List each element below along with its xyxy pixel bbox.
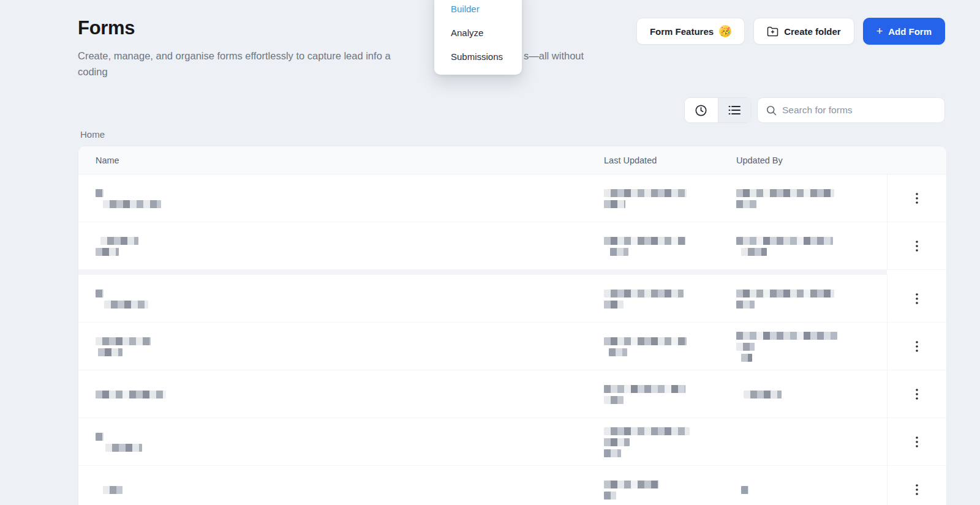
redacted-text [604, 427, 690, 435]
form-features-label: Form Features [650, 26, 714, 37]
redacted-text [96, 248, 119, 256]
redacted-text [96, 433, 104, 441]
row-menu-button[interactable] [907, 189, 927, 208]
menu-item-builder[interactable]: Builder [434, 0, 522, 21]
redacted-text [96, 391, 166, 398]
last-updated-cell [604, 427, 736, 457]
row-menu-button[interactable] [907, 432, 927, 452]
last-updated-cell [604, 337, 736, 356]
last-updated-cell [604, 481, 736, 499]
redacted-text [736, 290, 834, 297]
redacted-text [604, 438, 630, 446]
plus-icon: + [876, 26, 883, 37]
redacted-text [736, 189, 834, 197]
add-form-button[interactable]: + Add Form [863, 18, 945, 45]
redacted-text [736, 343, 755, 351]
view-switcher-menu: BuilderAnalyzeSubmissions [434, 0, 522, 75]
row-menu-button[interactable] [907, 337, 927, 356]
redacted-text [604, 449, 621, 457]
header-actions: Form Features 🥳 Create folder + Add Form [636, 18, 945, 45]
redacted-text [103, 486, 123, 494]
form-features-button[interactable]: Form Features 🥳 [636, 18, 745, 45]
forms-page: Forms Create, manage, and organise forms… [0, 0, 980, 505]
forms-table: Name Last Updated Updated By [78, 146, 947, 505]
redacted-text [741, 486, 748, 494]
row-menu-button[interactable] [907, 236, 927, 256]
table-header-row: Name Last Updated Updated By [78, 146, 946, 174]
form-name-cell [96, 486, 604, 494]
redacted-text [736, 332, 837, 340]
redacted-text [736, 301, 755, 309]
table-row[interactable] [78, 222, 946, 270]
table-row[interactable] [78, 323, 946, 370]
party-face-emoji: 🥳 [719, 25, 731, 37]
group-separator [78, 270, 946, 275]
redacted-text [604, 385, 685, 393]
redacted-text [604, 396, 624, 404]
redacted-text [744, 391, 782, 398]
table-row[interactable] [78, 174, 946, 222]
form-name-cell [96, 237, 604, 256]
updated-by-cell [736, 486, 887, 494]
form-name-cell [96, 433, 604, 452]
subtitle-fragment-a: Create, manage, and organise forms effor… [78, 50, 391, 61]
kebab-icon [916, 241, 918, 252]
breadcrumb[interactable]: Home [80, 129, 105, 140]
redacted-text [604, 237, 685, 245]
row-menu-button[interactable] [907, 384, 927, 404]
row-menu-button[interactable] [907, 289, 927, 309]
list-icon [728, 105, 741, 116]
updated-by-cell [736, 332, 887, 362]
menu-item-analyze[interactable]: Analyze [434, 21, 522, 45]
row-actions-cell [887, 466, 946, 505]
redacted-text [96, 337, 151, 345]
redacted-text [105, 444, 142, 452]
kebab-icon [916, 293, 918, 304]
kebab-icon [916, 484, 918, 495]
folder-plus-icon [767, 26, 778, 37]
form-name-cell [96, 337, 604, 356]
redacted-text [604, 200, 625, 208]
table-row[interactable] [78, 275, 946, 323]
redacted-text [604, 337, 687, 345]
table-row[interactable] [78, 418, 946, 466]
row-actions-cell [887, 174, 946, 222]
create-folder-button[interactable]: Create folder [753, 18, 854, 45]
view-toggle [684, 97, 752, 123]
kebab-icon [916, 193, 918, 204]
row-actions-cell [887, 323, 946, 370]
row-actions-cell [887, 418, 946, 466]
redacted-text [604, 481, 659, 488]
last-updated-cell [604, 237, 736, 256]
redacted-text [103, 200, 161, 208]
search-input[interactable] [782, 105, 936, 116]
list-view-button[interactable] [718, 98, 752, 122]
table-row[interactable] [78, 370, 946, 418]
redacted-text [604, 492, 616, 499]
redacted-text [100, 237, 138, 245]
redacted-text [604, 189, 687, 197]
recent-view-button[interactable] [685, 98, 718, 122]
kebab-icon [916, 341, 918, 352]
form-name-cell [96, 189, 604, 208]
table-row[interactable] [78, 466, 946, 505]
column-header-updated-by: Updated By [736, 155, 887, 165]
redacted-text [741, 354, 752, 362]
row-actions-cell [887, 275, 946, 323]
row-menu-button[interactable] [907, 480, 927, 499]
redacted-text [604, 290, 684, 297]
redacted-text [741, 248, 767, 256]
updated-by-cell [736, 237, 887, 256]
redacted-text [604, 301, 624, 309]
create-folder-label: Create folder [784, 26, 841, 37]
redacted-text [104, 301, 148, 309]
menu-item-submissions[interactable]: Submissions [434, 45, 522, 69]
updated-by-cell [736, 189, 887, 208]
search-box [757, 97, 945, 123]
updated-by-cell [736, 391, 887, 398]
redacted-text [736, 200, 756, 208]
column-header-name: Name [96, 155, 604, 165]
table-body [78, 174, 946, 505]
clock-icon [695, 104, 707, 117]
row-actions-cell [887, 370, 946, 418]
